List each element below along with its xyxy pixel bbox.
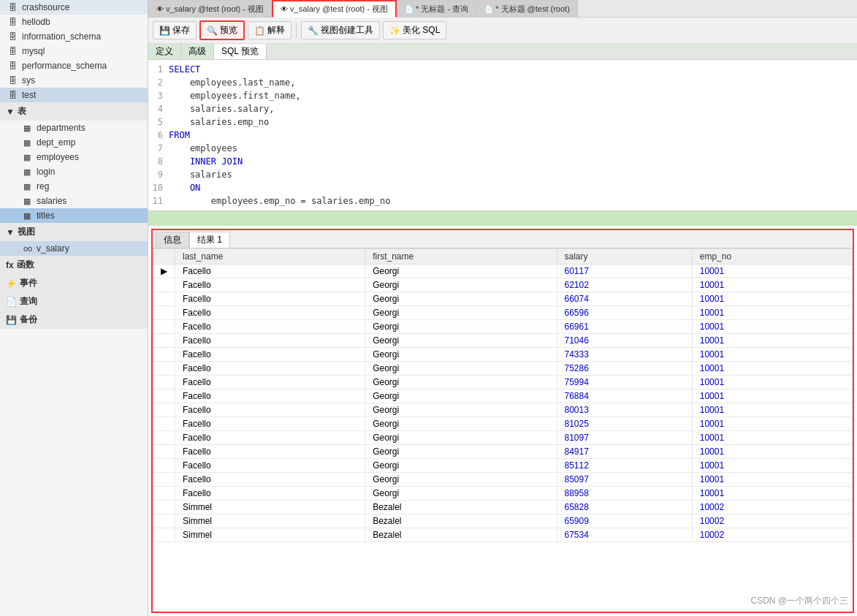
explain-icon: 📋 (254, 26, 265, 36)
cell-emp_no: 10002 (692, 528, 852, 542)
event-icon: ⚡ (6, 278, 17, 289)
table-row[interactable]: FacelloGeorgi7433310001 (153, 348, 853, 362)
explain-button[interactable]: 📋 解释 (248, 21, 292, 39)
cell-emp_no: 10001 (692, 292, 852, 306)
result-tab-result1[interactable]: 结果 1 (189, 232, 230, 248)
cell-first_name: Bezalel (365, 528, 557, 542)
cell-last_name: Simmel (175, 514, 365, 528)
table-row[interactable]: FacelloGeorgi8109710001 (153, 431, 853, 445)
sidebar-label: v_salary (37, 243, 69, 254)
table-row[interactable]: FacelloGeorgi6659610001 (153, 306, 853, 320)
sidebar-item-test[interactable]: 🗄 test (0, 88, 148, 102)
sidebar-item-dept_emp[interactable]: ▦ dept_emp (0, 135, 148, 150)
tab-adv-label: 高级 (188, 45, 206, 58)
table-row[interactable]: FacelloGeorgi7104610001 (153, 334, 853, 348)
table-row[interactable]: ▶FacelloGeorgi6011710001 (153, 265, 853, 278)
line-num-6: 6 (148, 129, 169, 142)
table-icon: ▼ (6, 107, 15, 117)
sidebar-item-performance_schema[interactable]: 🗄 performance_schema (0, 58, 148, 73)
table-row[interactable]: FacelloGeorgi7599410001 (153, 376, 853, 389)
table-row[interactable]: FacelloGeorgi7528610001 (153, 362, 853, 376)
result-tab-result1-label: 结果 1 (197, 235, 222, 245)
db-icon: 🗄 (9, 91, 19, 99)
table-row[interactable]: FacelloGeorgi8001310001 (153, 403, 853, 417)
cell-emp_no: 10001 (692, 278, 852, 292)
tab-untitled-root[interactable]: 📄 * 无标题 @test (root) (476, 0, 578, 17)
cell-first_name: Georgi (365, 431, 557, 445)
query-icon: 📄 (6, 297, 17, 307)
tab-v-salary-1[interactable]: 👁 v_salary @test (root) - 视图 (148, 0, 272, 17)
result-table-container[interactable]: last_name first_name salary emp_no ▶Face… (153, 248, 853, 612)
tab-untitled-query[interactable]: 📄 * 无标题 - 查询 (397, 0, 476, 17)
table-row[interactable]: FacelloGeorgi8102510001 (153, 417, 853, 431)
result-tab-info[interactable]: 信息 (156, 232, 189, 248)
table-row[interactable]: FacelloGeorgi8511210001 (153, 459, 853, 473)
sidebar-item-employees[interactable]: ▦ employees (0, 150, 148, 164)
save-button[interactable]: 💾 保存 (153, 21, 197, 39)
sidebar-label: departments (37, 123, 85, 133)
preview-icon: 🔍 (207, 26, 218, 36)
cell-emp_no: 10001 (692, 265, 852, 278)
tab-v-salary-2[interactable]: 👁 v_salary @test (root) - 视图 (272, 0, 397, 18)
sidebar-item-mysql[interactable]: 🗄 mysql (0, 44, 148, 58)
sidebar-item-crashsource[interactable]: 🗄 crashsource (0, 0, 148, 15)
table-row[interactable]: FacelloGeorgi8509710001 (153, 473, 853, 487)
events-section-header[interactable]: ⚡ 事件 (0, 274, 148, 292)
sidebar-item-departments[interactable]: ▦ departments (0, 121, 148, 135)
table-row[interactable]: SimmelBezalel6590910002 (153, 514, 853, 528)
code-line-1: 1 SELECT (148, 63, 857, 76)
table-grid-icon: ▦ (23, 138, 34, 148)
tab-icon-4: 📄 (484, 5, 493, 13)
sidebar-label: performance_schema (22, 61, 107, 71)
toolbar: 💾 保存 🔍 预览 📋 解释 🔧 视图创建工具 ✨ 美化 SQL (148, 18, 857, 44)
view-tool-button[interactable]: 🔧 视图创建工具 (301, 21, 380, 39)
table-row[interactable]: FacelloGeorgi8491710001 (153, 445, 853, 459)
tab-sql-preview[interactable]: SQL 预览 (214, 44, 267, 59)
code-line-7: 7 employees (148, 142, 857, 155)
tab-advanced[interactable]: 高级 (181, 44, 214, 59)
func-icon: fx (6, 260, 14, 270)
cell-first_name: Georgi (365, 292, 557, 306)
code-line-3: 3 employees.first_name, (148, 89, 857, 102)
tables-section-header[interactable]: ▼ 表 (0, 102, 148, 121)
preview-button[interactable]: 🔍 预览 (199, 20, 245, 40)
line-num-1: 1 (148, 63, 169, 76)
table-row[interactable]: FacelloGeorgi6210210001 (153, 278, 853, 292)
cell-last_name: Facello (175, 306, 365, 320)
query-section-header[interactable]: 📄 查询 (0, 292, 148, 311)
tab-definition[interactable]: 定义 (148, 44, 181, 59)
cell-emp_no: 10002 (692, 514, 852, 528)
sidebar-item-sys[interactable]: 🗄 sys (0, 73, 148, 88)
sidebar-item-salaries[interactable]: ▦ salaries (0, 194, 148, 208)
views-section-header[interactable]: ▼ 视图 (0, 223, 148, 241)
beautify-button[interactable]: ✨ 美化 SQL (383, 21, 446, 39)
functions-section-header[interactable]: fx 函数 (0, 256, 148, 274)
sidebar-item-login[interactable]: ▦ login (0, 164, 148, 179)
table-row[interactable]: SimmelBezalel6582810002 (153, 501, 853, 514)
table-grid-icon: ▦ (23, 153, 34, 162)
sidebar-item-information_schema[interactable]: 🗄 information_schema (0, 29, 148, 44)
line-num-3: 3 (148, 89, 169, 102)
cell-salary: 66596 (557, 306, 692, 320)
sidebar-item-titles[interactable]: ▦ titles (0, 208, 148, 223)
cell-last_name: Facello (175, 376, 365, 389)
sidebar-item-hellodb[interactable]: 🗄 hellodb (0, 15, 148, 29)
sidebar-item-reg[interactable]: ▦ reg (0, 179, 148, 194)
row-indicator (153, 528, 175, 542)
table-row[interactable]: SimmelBezalel6753410002 (153, 528, 853, 542)
tab-icon-1: 👁 (156, 5, 164, 13)
code-line-11: 11 employees.emp_no = salaries.emp_no (148, 194, 857, 208)
cell-emp_no: 10001 (692, 403, 852, 417)
table-row[interactable]: FacelloGeorgi7688410001 (153, 389, 853, 403)
sidebar-label: salaries (37, 196, 66, 206)
table-row[interactable]: FacelloGeorgi8895810001 (153, 487, 853, 501)
row-indicator (153, 459, 175, 473)
sql-editor[interactable]: 1 SELECT 2 employees.last_name, 3 employ… (148, 60, 857, 211)
table-row[interactable]: FacelloGeorgi6696110001 (153, 320, 853, 334)
backup-section-header[interactable]: 💾 备份 (0, 311, 148, 329)
row-indicator: ▶ (153, 265, 175, 278)
table-row[interactable]: FacelloGeorgi6607410001 (153, 292, 853, 306)
row-indicator (153, 501, 175, 514)
line-content-9: salaries (169, 168, 232, 181)
sidebar-item-v_salary[interactable]: oo v_salary (0, 241, 148, 256)
